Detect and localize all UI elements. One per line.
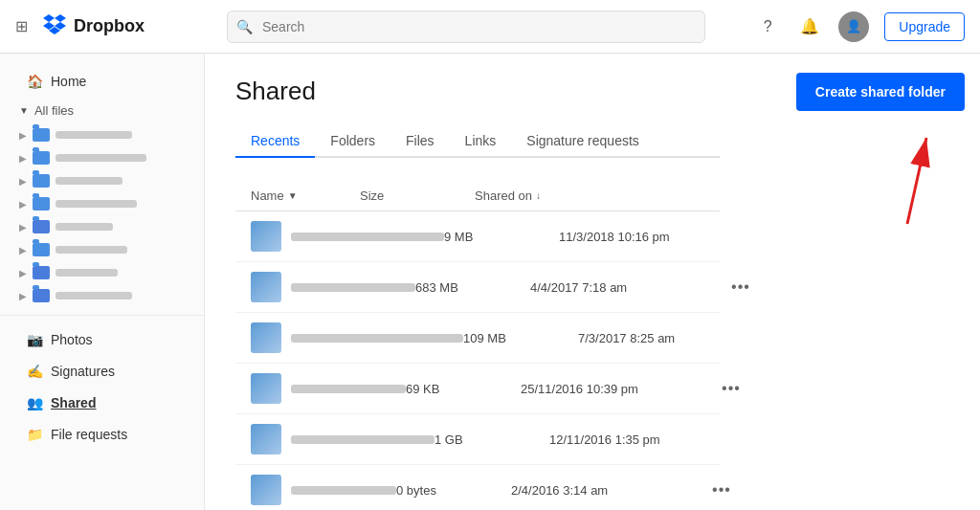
row-chevron-icon: ▶ [19, 222, 27, 233]
cell-date: 7/3/2017 8:25 am [578, 331, 750, 345]
help-icon[interactable]: ? [754, 13, 781, 40]
sidebar-all-files-label: All files [34, 103, 74, 118]
cell-date: 4/4/2017 7:18 am [530, 280, 722, 295]
topbar: ⊞ Dropbox 🔍 ? 🔔 👤 Upgrade [0, 0, 980, 54]
bell-icon[interactable]: 🔔 [796, 13, 823, 40]
file-name-blur [56, 177, 122, 185]
folder-icon [33, 151, 50, 165]
col-name-header[interactable]: Name ▼ [251, 188, 360, 203]
tabs-bar: Recents Folders Files Links Signature re… [235, 125, 720, 158]
table-row[interactable]: 683 MB 4/4/2017 7:18 am ••• [235, 262, 720, 313]
sidebar-item-home[interactable]: 🏠 Home [8, 66, 196, 97]
folder-icon [33, 243, 50, 256]
table-row[interactable]: 0 bytes 2/4/2016 3:14 am ••• [235, 465, 720, 510]
cell-size: 1 GB [434, 432, 549, 447]
search-input[interactable] [227, 11, 705, 43]
more-options-button[interactable]: ••• [741, 431, 750, 448]
signatures-icon: ✍️ [27, 364, 43, 379]
sidebar-all-files[interactable]: ▼ All files [0, 98, 204, 123]
folder-icon [33, 266, 50, 279]
upgrade-button[interactable]: Upgrade [884, 12, 965, 41]
cell-size: 9 MB [444, 230, 559, 244]
table-row[interactable]: 69 KB 25/11/2016 10:39 pm ••• [235, 364, 720, 414]
col-shared-header[interactable]: Shared on ↓ [475, 188, 666, 203]
table-row[interactable]: 9 MB 11/3/2018 10:16 pm ••• [235, 211, 720, 262]
table-row[interactable]: 109 MB 7/3/2017 8:25 am ••• [235, 313, 720, 364]
file-name-blur [56, 292, 132, 299]
row-chevron-icon: ▶ [19, 268, 27, 278]
page-title: Shared [235, 77, 720, 106]
right-panel: Create shared folder [750, 54, 980, 510]
sidebar-item-signatures[interactable]: ✍️ Signatures [8, 356, 196, 387]
sidebar-file-row[interactable]: ▶ [8, 215, 196, 238]
folder-icon [33, 174, 50, 188]
sidebar-bottom: 📷 Photos ✍️ Signatures 👥 Shared 📁 File r… [0, 315, 204, 450]
search-icon: 🔍 [236, 19, 253, 34]
sidebar-file-row[interactable]: ▶ [8, 123, 196, 146]
sidebar-file-row[interactable]: ▶ [8, 238, 196, 261]
home-icon: 🏠 [27, 74, 43, 89]
tab-recents[interactable]: Recents [235, 125, 315, 158]
create-shared-folder-button[interactable]: Create shared folder [796, 73, 965, 111]
name-sort-arrow-icon: ▼ [288, 190, 298, 201]
sidebar: 🏠 Home ▼ All files ▶ ▶ ▶ ▶ [0, 54, 205, 510]
cell-name [251, 475, 396, 505]
folder-icon [33, 128, 50, 142]
file-name [291, 435, 434, 444]
file-name-blur [56, 269, 118, 277]
shared-on-col-label: Shared on [475, 188, 532, 203]
more-options-button[interactable]: ••• [722, 278, 750, 296]
file-name [291, 233, 444, 241]
name-col-label: Name [251, 188, 284, 203]
sidebar-file-list: ▶ ▶ ▶ ▶ ▶ [0, 123, 204, 307]
file-name-blur [56, 200, 137, 208]
cell-size: 0 bytes [396, 483, 511, 498]
cell-size: 683 MB [415, 280, 530, 295]
cell-name [251, 424, 434, 455]
row-chevron-icon: ▶ [19, 291, 27, 301]
file-name [291, 486, 396, 495]
sidebar-item-photos[interactable]: 📷 Photos [8, 324, 196, 355]
svg-line-1 [907, 138, 926, 224]
cell-size: 69 KB [406, 382, 521, 396]
file-thumbnail [251, 221, 281, 252]
tab-folders[interactable]: Folders [315, 125, 390, 158]
row-chevron-icon: ▶ [19, 153, 27, 164]
tab-links[interactable]: Links [450, 125, 512, 158]
row-chevron-icon: ▶ [19, 130, 27, 141]
grid-icon[interactable]: ⊞ [15, 17, 28, 35]
sidebar-file-row[interactable]: ▶ [8, 146, 196, 169]
cell-date: 11/3/2018 10:16 pm [559, 230, 750, 244]
shared-icon: 👥 [27, 395, 43, 410]
dropbox-logo-icon [43, 13, 66, 39]
avatar[interactable]: 👤 [838, 11, 869, 42]
arrow-svg [850, 119, 965, 233]
cell-date: 12/11/2016 1:35 pm [549, 432, 741, 447]
cell-date: 25/11/2016 10:39 pm [521, 382, 712, 396]
cell-name [251, 322, 463, 353]
sidebar-file-row[interactable]: ▶ [8, 261, 196, 284]
folder-icon [33, 220, 50, 233]
sidebar-file-row[interactable]: ▶ [8, 284, 196, 307]
file-thumbnail [251, 424, 281, 455]
tab-files[interactable]: Files [390, 125, 450, 158]
size-col-label: Size [360, 188, 384, 203]
sidebar-item-file-requests[interactable]: 📁 File requests [8, 419, 196, 450]
col-actions-header [666, 188, 704, 203]
shared-on-sort-icon: ↓ [536, 190, 541, 201]
more-options-button[interactable]: ••• [712, 380, 750, 397]
row-chevron-icon: ▶ [19, 199, 27, 210]
row-chevron-icon: ▶ [19, 176, 27, 187]
sidebar-file-row[interactable]: ▶ [8, 169, 196, 192]
file-thumbnail [251, 272, 281, 302]
tab-signature-requests[interactable]: Signature requests [511, 125, 655, 158]
cell-name [251, 221, 444, 252]
sidebar-item-shared[interactable]: 👥 Shared [8, 388, 196, 418]
content-area: Shared Recents Folders Files Links Signa… [205, 54, 750, 510]
more-options-button[interactable]: ••• [702, 481, 741, 499]
sidebar-signatures-label: Signatures [51, 364, 115, 379]
sidebar-file-row[interactable]: ▶ [8, 192, 196, 215]
table-row[interactable]: 1 GB 12/11/2016 1:35 pm ••• [235, 414, 720, 465]
cell-name [251, 272, 415, 302]
photos-icon: 📷 [27, 332, 43, 347]
